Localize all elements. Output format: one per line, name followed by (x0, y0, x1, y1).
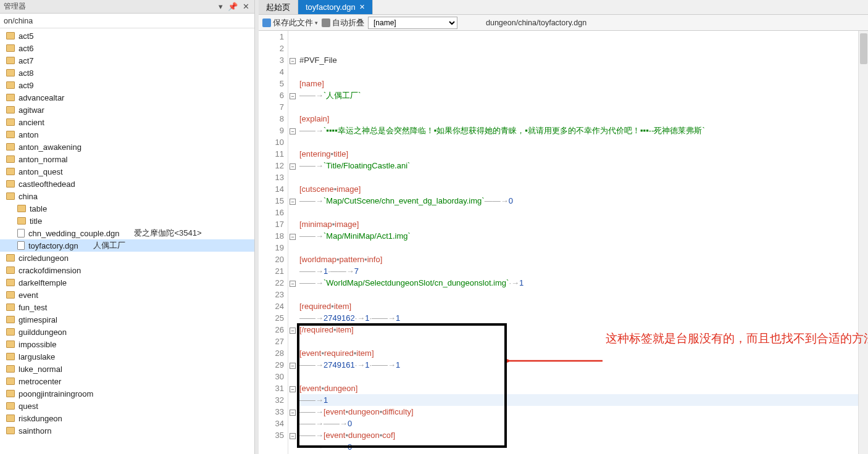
fold-toggle[interactable]: − (290, 328, 296, 334)
code-line[interactable]: ——→1·——→7 (299, 265, 866, 277)
fold-toggle[interactable]: − (290, 386, 296, 392)
vertical-scrollbar[interactable] (858, 31, 868, 454)
tree-item-label: circledungeon (19, 254, 69, 263)
code-line[interactable]: ——→2749162·→1·——→1 (299, 312, 866, 324)
code-line[interactable]: [minimap▪image] (299, 218, 866, 230)
tree-folder[interactable]: metrocenter (0, 375, 254, 387)
tree-folder[interactable]: event (0, 289, 254, 301)
code-line[interactable]: ——→`▪▪▪▪幸运之神总是会突然降临！▪如果你想获得她的青睐，▪就请用更多的不… (299, 125, 866, 136)
tree-folder[interactable]: act8 (0, 67, 254, 79)
tree-folder[interactable]: act6 (0, 42, 254, 54)
code-line[interactable]: ——→1 (299, 394, 866, 406)
tree-folder[interactable]: luke_normal (0, 363, 254, 375)
code-line[interactable]: ——→`WorldMap/SelectdungeonSlot/cn_dungeo… (299, 277, 866, 289)
tree-folder[interactable]: ancient (0, 116, 254, 128)
code-line[interactable]: [entering▪title] (299, 148, 866, 160)
tree-folder[interactable]: anton (0, 128, 254, 141)
tree-item-label: poongjintrainingroom (19, 389, 93, 398)
line-number: 33 (262, 406, 284, 418)
tree-folder[interactable]: gtimespiral (0, 313, 254, 326)
tab[interactable]: 起始页 (259, 0, 298, 14)
code-line[interactable]: [event▪dungeon] (299, 382, 866, 394)
code-line[interactable]: ——→`Map/CutScene/chn_event_dg_laborday.i… (299, 195, 866, 207)
tree-folder[interactable]: title (0, 215, 254, 227)
fold-toggle[interactable]: − (290, 234, 296, 240)
folder-icon (6, 81, 15, 89)
autofold-button[interactable]: 自动折叠 (322, 17, 364, 28)
tree-folder[interactable]: crackofdimension (0, 264, 254, 276)
tree-folder[interactable]: circledungeon (0, 252, 254, 264)
fold-toggle[interactable]: − (290, 363, 296, 369)
code-line[interactable]: [name] (299, 78, 866, 89)
code-line[interactable] (299, 289, 866, 300)
code-line[interactable]: ——→[event▪dungeon▪cof] (299, 429, 866, 441)
close-icon[interactable]: ✕ (359, 3, 365, 11)
code-line[interactable]: ——→`Title/FloatingCastle.ani` (299, 160, 866, 171)
tree-item-label: event (19, 291, 38, 300)
code-line[interactable]: [cutscene▪image] (299, 183, 866, 195)
fold-toggle[interactable]: − (290, 163, 296, 170)
tree-folder[interactable]: guilddungeon (0, 326, 254, 338)
tree-folder[interactable]: agitwar (0, 104, 254, 116)
file-tree[interactable]: act5act6act7act8act9advancealtaragitwara… (0, 28, 254, 454)
tree-folder[interactable]: anton_awakening (0, 141, 254, 153)
code-line[interactable]: ——→`人偶工厂` (299, 89, 866, 101)
code-line[interactable]: ——→`Map/MiniMap/Act1.img` (299, 230, 866, 242)
tab[interactable]: toyfactory.dgn✕ (298, 0, 373, 14)
code-line[interactable] (299, 66, 866, 78)
tree-folder[interactable]: quest (0, 400, 254, 412)
tree-file[interactable]: chn_wedding_couple.dgn爱之摩伽陀<3541> (0, 227, 254, 239)
code-area[interactable]: #PVF_File [name]——→`人偶工厂` [explain]——→`▪… (297, 31, 868, 454)
tree-folder[interactable]: larguslake (0, 350, 254, 363)
code-line[interactable] (299, 171, 866, 183)
tree-folder[interactable]: table (0, 202, 254, 215)
code-line[interactable]: ——→——→0 (299, 418, 866, 429)
tree-folder[interactable]: advancealtar (0, 91, 254, 104)
tree-folder[interactable]: act5 (0, 30, 254, 42)
code-line[interactable] (299, 207, 866, 218)
code-line[interactable]: #PVF_File (299, 54, 866, 66)
tree-folder[interactable]: fun_test (0, 301, 254, 313)
fold-toggle[interactable]: − (290, 433, 296, 439)
fold-toggle[interactable]: − (290, 128, 296, 134)
tree-folder[interactable]: anton_quest (0, 165, 254, 178)
code-line[interactable]: [explain] (299, 113, 866, 125)
fold-toggle[interactable]: − (290, 58, 296, 64)
fold-toggle[interactable]: − (290, 281, 296, 287)
code-line[interactable] (299, 242, 866, 254)
tree-item-label: ancient (19, 118, 44, 127)
tree-folder[interactable]: act9 (0, 79, 254, 91)
close-icon[interactable]: ✕ (241, 2, 251, 11)
tree-folder[interactable]: anton_normal (0, 153, 254, 165)
pin-icon[interactable]: 📌 (227, 2, 239, 11)
tree-file[interactable]: toyfactory.dgn人偶工厂 (0, 239, 254, 252)
tree-folder[interactable]: sainthorn (0, 424, 254, 437)
tree-folder[interactable]: china (0, 190, 254, 202)
tree-item-extra: 人偶工厂 (93, 240, 125, 251)
path-bar[interactable]: on/china (0, 14, 254, 28)
tree-folder[interactable]: act7 (0, 54, 254, 67)
code-line[interactable]: ——→——→0 (299, 441, 866, 453)
fold-toggle[interactable]: − (290, 410, 296, 416)
fold-toggle[interactable]: − (290, 93, 296, 99)
code-line[interactable] (299, 136, 866, 148)
fold-toggle[interactable]: − (290, 199, 296, 205)
tree-folder[interactable]: riskdungeon (0, 412, 254, 424)
tree-item-label: anton_normal (19, 155, 68, 164)
tree-folder[interactable]: darkelftemple (0, 276, 254, 289)
save-button[interactable]: 保存此文件 ▾ (262, 17, 318, 28)
tree-folder[interactable]: poongjintrainingroom (0, 387, 254, 400)
line-number: 20 (262, 254, 284, 265)
section-select[interactable]: [name] (368, 17, 457, 29)
tree-item-label: act8 (19, 68, 34, 78)
code-line[interactable]: [worldmap▪pattern▪info] (299, 254, 866, 265)
line-number: 18 (262, 230, 284, 242)
code-line[interactable]: [required▪item] (299, 300, 866, 312)
line-number: 27 (262, 336, 284, 347)
code-line[interactable]: ——→[event▪dungeon▪difficulty] (299, 406, 866, 418)
code-line[interactable] (299, 101, 866, 113)
scrollbar-thumb[interactable] (860, 33, 867, 64)
dropdown-icon[interactable]: ▾ (217, 2, 224, 11)
tree-folder[interactable]: castleofthedead (0, 178, 254, 190)
tree-folder[interactable]: impossible (0, 338, 254, 350)
